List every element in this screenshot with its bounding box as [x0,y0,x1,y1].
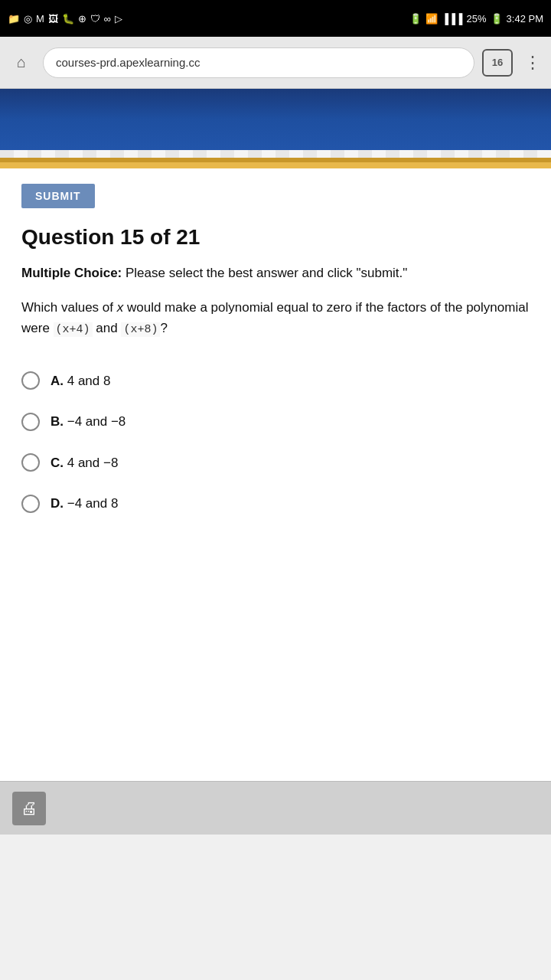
print-icon-glyph: 🖨 [21,799,37,818]
question-variable: x [117,300,124,315]
choice-a-letter: A. [51,374,64,388]
url-text: courses-prd.apexlearning.cc [56,56,200,69]
status-bar: 📁 ◎ M 🖼 🐛 ⊕ 🛡 ∞ ▷ 🔋 📶 ▐▐▐ 25% 🔋 3:42 PM [0,0,551,37]
striped-background: SUBMIT Question 15 of 21 Multiple Choice… [0,150,551,781]
shield-icon: 🛡 [90,13,100,24]
battery-percent: 25% [467,13,487,24]
choice-d[interactable]: D. −4 and 8 [21,483,530,524]
main-content: SUBMIT Question 15 of 21 Multiple Choice… [0,168,551,781]
voicemail-icon: ∞ [104,13,111,24]
image-icon: 🖼 [48,13,58,24]
question-end: ? [160,321,167,335]
gmail-icon: M [36,13,44,24]
multiple-choice-label: Multiple Choice: [21,266,122,280]
radio-c[interactable] [21,453,40,472]
status-icons-left: 📁 ◎ M 🖼 🐛 ⊕ 🛡 ∞ ▷ [8,13,122,24]
time-display: 3:42 PM [507,13,543,24]
battery-icon: 🔋 [491,13,503,24]
print-button[interactable]: 🖨 [12,792,46,825]
choice-d-letter: D. [51,496,64,511]
wifi-icon: 📶 [425,13,438,24]
yellow-accent-bar [0,162,551,168]
question-title: Question 15 of 21 [21,225,530,250]
tabs-button[interactable]: 16 [482,49,513,77]
address-bar[interactable]: courses-prd.apexlearning.cc [43,47,474,78]
menu-button[interactable]: ⋮ [520,49,543,77]
choice-b-text: −4 and −8 [67,414,126,429]
choice-a-label: A. 4 and 8 [51,371,110,391]
submit-button[interactable]: SUBMIT [21,184,95,208]
bug-icon: 🐛 [62,13,74,24]
radio-d[interactable] [21,495,40,513]
question-part1: Which values of [21,300,117,315]
plus-icon: ⊕ [78,13,86,24]
instruction-rest: Please select the best answer and click … [122,266,407,280]
choice-d-text: −4 and 8 [67,496,119,511]
file-icon: 📁 [8,13,20,24]
tab-count: 16 [492,57,503,68]
instagram-icon: ◎ [24,13,32,24]
browser-chrome: ⌂ courses-prd.apexlearning.cc 16 ⋮ [0,37,551,89]
choice-b[interactable]: B. −4 and −8 [21,401,530,443]
choice-c[interactable]: C. 4 and −8 [21,443,530,484]
factor1: (x+4) [54,322,93,337]
factor2: (x+8) [121,322,160,337]
choice-a-text: 4 and 8 [67,374,111,388]
arrow-icon: ▷ [115,13,122,24]
choice-c-letter: C. [51,456,64,470]
choice-a[interactable]: A. 4 and 8 [21,361,530,402]
choice-b-label: B. −4 and −8 [51,412,126,432]
radio-a[interactable] [21,371,40,390]
battery-charging-icon: 🔋 [409,13,422,24]
question-body: Which values of x would make a polynomia… [21,297,530,339]
home-button[interactable]: ⌂ [8,49,35,77]
radio-b[interactable] [21,413,40,431]
choice-b-letter: B. [51,414,64,429]
signal-icon: ▐▐▐ [442,13,463,24]
status-right: 🔋 📶 ▐▐▐ 25% 🔋 3:42 PM [409,13,543,24]
bottom-toolbar: 🖨 [0,781,551,835]
answer-choices: A. 4 and 8 B. −4 and −8 C. 4 and −8 [21,361,530,524]
blue-header-banner [0,89,551,150]
choice-d-label: D. −4 and 8 [51,494,118,514]
instruction-text: Multiple Choice: Please select the best … [21,263,530,283]
question-and: and [93,321,122,335]
choice-c-text: 4 and −8 [67,456,119,470]
choice-c-label: C. 4 and −8 [51,453,118,473]
